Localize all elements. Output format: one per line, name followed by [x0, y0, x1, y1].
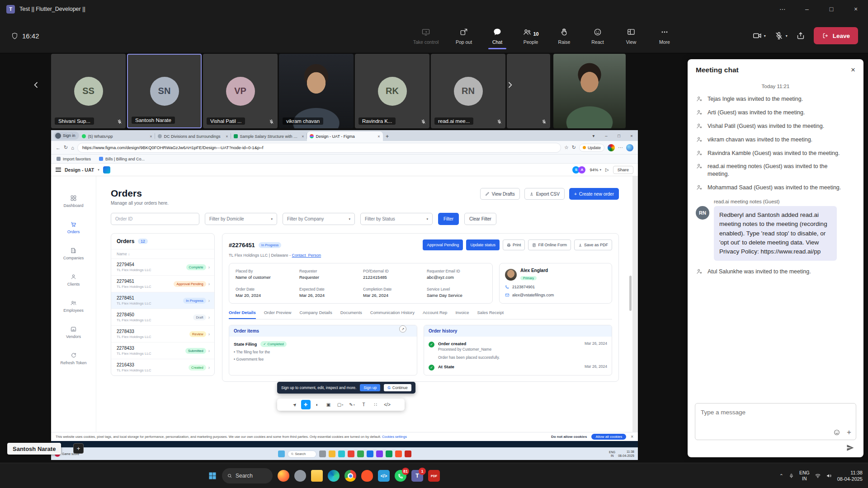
- sidebar-item-orders[interactable]: Orders: [51, 214, 96, 240]
- participant-tile-video[interactable]: [553, 54, 626, 128]
- mic-button[interactable]: ▾: [774, 31, 788, 41]
- attach-plus-icon[interactable]: +: [847, 428, 851, 436]
- cookies-settings-link[interactable]: Cookies settings: [382, 435, 407, 439]
- vscode-icon[interactable]: </>: [378, 470, 390, 482]
- sidebar-item-companies[interactable]: Companies: [51, 240, 96, 267]
- deny-cookies-button[interactable]: Do not allow cookies: [551, 435, 587, 439]
- copilot-icon[interactable]: [626, 144, 633, 151]
- chrome-icon[interactable]: [344, 470, 356, 482]
- chat-button[interactable]: Chat: [482, 27, 513, 45]
- chat-message-input[interactable]: [701, 409, 850, 416]
- participant-tile[interactable]: RN read.ai mee...: [431, 54, 505, 128]
- favorite-bills[interactable]: Bills | Billing and Co...: [99, 157, 145, 161]
- filmstrip-scroll-right-icon[interactable]: [505, 80, 514, 89]
- camera-dropdown-icon[interactable]: ▾: [764, 34, 766, 38]
- zoom-level[interactable]: 94%▾: [590, 167, 601, 172]
- filter-status-select[interactable]: Filter by Status▾: [360, 213, 433, 225]
- order-row[interactable]: 2278433TL Flex Holdings LLC Submitted›: [111, 343, 214, 359]
- order-row[interactable]: 2216433TL Flex Holdings LLC Created›: [111, 359, 214, 375]
- whatsapp-icon[interactable]: 81: [395, 470, 406, 482]
- tab-close-icon[interactable]: ×: [377, 134, 380, 139]
- firefox-icon[interactable]: [278, 470, 289, 482]
- back-icon[interactable]: ←: [56, 145, 61, 150]
- browser-close-button[interactable]: ×: [625, 130, 638, 141]
- send-icon[interactable]: [846, 444, 854, 452]
- share-button[interactable]: [796, 31, 806, 41]
- url-field[interactable]: https://www.figma.com/design/9BKQ0FOHRWa…: [77, 143, 561, 153]
- sidebar-item-refresh-token[interactable]: Refresh Token: [51, 345, 96, 371]
- home-icon[interactable]: ⌂: [71, 145, 74, 150]
- tab-account-rep[interactable]: Account Rep: [423, 310, 447, 319]
- tab-list-icon[interactable]: ▾: [587, 130, 600, 141]
- move-tool-icon[interactable]: ➤: [288, 398, 302, 412]
- save-as-pdf-button[interactable]: Save as PDF: [574, 239, 612, 250]
- view-button[interactable]: View: [616, 27, 646, 45]
- more-button[interactable]: More: [649, 27, 680, 45]
- order-row[interactable]: 2279454TL Flex Holdings LLC Complete›: [111, 259, 214, 276]
- figma-doc-title[interactable]: Design - UAT: [65, 167, 94, 173]
- tab-close-icon[interactable]: ×: [302, 134, 304, 139]
- allow-cookies-button[interactable]: Allow all cookies: [591, 434, 626, 440]
- browser-tab[interactable]: DC Divisions and Surroundings ×: [155, 131, 231, 141]
- frame-tool-icon[interactable]: ▣: [323, 400, 334, 409]
- history-icon[interactable]: ↻: [572, 145, 576, 150]
- tab-order-details[interactable]: Order Details: [229, 310, 256, 319]
- raise-hand-button[interactable]: Raise: [549, 27, 580, 45]
- camera-button[interactable]: ▾: [752, 31, 766, 41]
- browser-menu-icon[interactable]: ⋯: [618, 145, 623, 150]
- filter-company-select[interactable]: Filter by Company▾: [283, 213, 355, 225]
- clear-filter-button[interactable]: Clear Filter: [464, 213, 496, 225]
- browser-maximize-button[interactable]: □: [613, 130, 625, 141]
- taskbar-app-icon[interactable]: [367, 450, 373, 457]
- taskbar-app-icon[interactable]: [395, 450, 402, 457]
- close-button[interactable]: ×: [844, 0, 868, 18]
- participant-tile-active-speaker[interactable]: SN Santosh Narate: [127, 54, 202, 128]
- tab-close-icon[interactable]: ×: [226, 134, 228, 139]
- filter-domicile-select[interactable]: Filter by Domicile▾: [205, 213, 277, 225]
- browser-tab[interactable]: Sample Salary Structure with cal: ×: [231, 131, 307, 141]
- chat-message-list[interactable]: Today 11:21 Tejas Ingle was invited to t…: [688, 81, 863, 403]
- print-button[interactable]: Print: [503, 239, 525, 250]
- sign-up-button[interactable]: Sign up: [360, 384, 380, 391]
- sidebar-item-employees[interactable]: Employees: [51, 293, 96, 319]
- people-button[interactable]: 10 People: [515, 27, 546, 45]
- contact-person-link[interactable]: Contact_Person: [292, 253, 321, 258]
- export-csv-button[interactable]: Export CSV: [524, 188, 565, 200]
- taskbar-app-icon[interactable]: [319, 450, 326, 457]
- taskbar-app-icon[interactable]: [376, 450, 383, 457]
- message-compose-box[interactable]: +: [695, 403, 856, 440]
- acrobat-icon[interactable]: PDF: [428, 470, 440, 482]
- taskbar-app-icon[interactable]: [405, 450, 411, 457]
- hand-tool-icon[interactable]: ✚: [301, 400, 311, 409]
- taskbar-clock[interactable]: 11:38 08-04-2025: [837, 469, 863, 483]
- order-row[interactable]: 2278450TL Flex Holdings LLC Draft›: [111, 309, 214, 326]
- dev-mode-icon[interactable]: </>: [382, 400, 393, 409]
- chat-close-icon[interactable]: ×: [851, 66, 855, 75]
- tab-close-icon[interactable]: ×: [150, 134, 152, 139]
- sidebar-item-clients[interactable]: Clients: [51, 267, 96, 293]
- taskbar-app-icon[interactable]: [386, 450, 392, 457]
- settings-icon[interactable]: [294, 470, 306, 482]
- fill-online-form-button[interactable]: Fill Online Form: [528, 239, 571, 250]
- volume-icon[interactable]: [826, 473, 832, 479]
- order-row[interactable]: 2279451TL Flex Holdings LLC Approval Pen…: [111, 276, 214, 292]
- text-tool-icon[interactable]: T: [359, 400, 369, 409]
- pop-out-button[interactable]: Pop out: [448, 27, 479, 45]
- doc-title-dropdown-icon[interactable]: ▾: [98, 168, 99, 172]
- update-status-button[interactable]: Update status: [466, 239, 500, 250]
- tab-invoice[interactable]: Invoice: [455, 310, 469, 319]
- teams-icon[interactable]: T 1: [411, 470, 423, 482]
- refresh-icon[interactable]: ↻: [64, 145, 68, 150]
- start-button[interactable]: [208, 471, 217, 480]
- search-pill[interactable]: Search: [288, 450, 316, 458]
- create-new-order-button[interactable]: + Create new order: [569, 188, 619, 200]
- brave-icon[interactable]: [361, 470, 373, 482]
- titlebar-more-icon[interactable]: ⋯: [770, 0, 795, 18]
- tab-communication-history[interactable]: Communication History: [370, 310, 415, 319]
- figma-share-button[interactable]: Share: [613, 166, 633, 174]
- tray-mic-icon[interactable]: [788, 473, 794, 479]
- participant-tile[interactable]: VP Vishal Patil ...: [203, 54, 278, 128]
- emoji-icon[interactable]: [833, 429, 840, 436]
- browser-tab[interactable]: (5) WhatsApp ×: [79, 131, 155, 141]
- browser-minimize-button[interactable]: –: [600, 130, 613, 141]
